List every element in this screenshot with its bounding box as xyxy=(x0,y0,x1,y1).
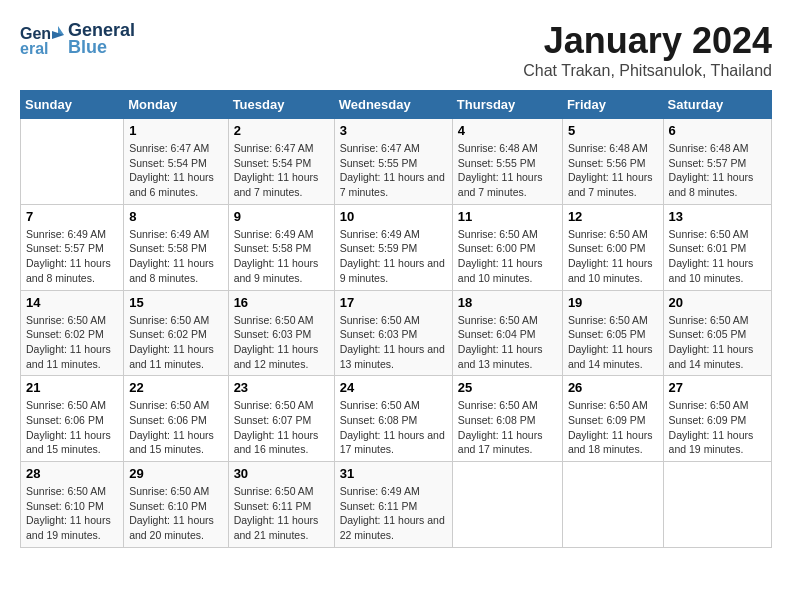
day-info: Sunrise: 6:50 AMSunset: 6:10 PMDaylight:… xyxy=(129,484,222,543)
calendar-cell: 7Sunrise: 6:49 AMSunset: 5:57 PMDaylight… xyxy=(21,204,124,290)
column-header-saturday: Saturday xyxy=(663,91,771,119)
day-info: Sunrise: 6:50 AMSunset: 6:11 PMDaylight:… xyxy=(234,484,329,543)
calendar-week-row: 28Sunrise: 6:50 AMSunset: 6:10 PMDayligh… xyxy=(21,462,772,548)
day-info: Sunrise: 6:49 AMSunset: 5:58 PMDaylight:… xyxy=(129,227,222,286)
logo: Gen eral General Blue xyxy=(20,20,135,58)
calendar-cell xyxy=(21,119,124,205)
calendar-cell: 21Sunrise: 6:50 AMSunset: 6:06 PMDayligh… xyxy=(21,376,124,462)
day-number: 6 xyxy=(669,123,766,138)
day-info: Sunrise: 6:50 AMSunset: 6:07 PMDaylight:… xyxy=(234,398,329,457)
day-info: Sunrise: 6:50 AMSunset: 6:04 PMDaylight:… xyxy=(458,313,557,372)
calendar-cell: 30Sunrise: 6:50 AMSunset: 6:11 PMDayligh… xyxy=(228,462,334,548)
day-number: 31 xyxy=(340,466,447,481)
day-number: 24 xyxy=(340,380,447,395)
day-number: 16 xyxy=(234,295,329,310)
calendar-cell: 6Sunrise: 6:48 AMSunset: 5:57 PMDaylight… xyxy=(663,119,771,205)
day-info: Sunrise: 6:49 AMSunset: 5:58 PMDaylight:… xyxy=(234,227,329,286)
day-info: Sunrise: 6:50 AMSunset: 6:01 PMDaylight:… xyxy=(669,227,766,286)
day-number: 23 xyxy=(234,380,329,395)
calendar-cell: 29Sunrise: 6:50 AMSunset: 6:10 PMDayligh… xyxy=(124,462,228,548)
column-header-friday: Friday xyxy=(562,91,663,119)
calendar-cell: 26Sunrise: 6:50 AMSunset: 6:09 PMDayligh… xyxy=(562,376,663,462)
calendar-cell: 12Sunrise: 6:50 AMSunset: 6:00 PMDayligh… xyxy=(562,204,663,290)
calendar-week-row: 1Sunrise: 6:47 AMSunset: 5:54 PMDaylight… xyxy=(21,119,772,205)
day-info: Sunrise: 6:49 AMSunset: 5:57 PMDaylight:… xyxy=(26,227,118,286)
day-number: 9 xyxy=(234,209,329,224)
day-info: Sunrise: 6:50 AMSunset: 6:00 PMDaylight:… xyxy=(458,227,557,286)
day-info: Sunrise: 6:49 AMSunset: 6:11 PMDaylight:… xyxy=(340,484,447,543)
calendar-body: 1Sunrise: 6:47 AMSunset: 5:54 PMDaylight… xyxy=(21,119,772,548)
calendar-cell: 15Sunrise: 6:50 AMSunset: 6:02 PMDayligh… xyxy=(124,290,228,376)
subtitle: Chat Trakan, Phitsanulok, Thailand xyxy=(523,62,772,80)
day-info: Sunrise: 6:49 AMSunset: 5:59 PMDaylight:… xyxy=(340,227,447,286)
calendar-week-row: 21Sunrise: 6:50 AMSunset: 6:06 PMDayligh… xyxy=(21,376,772,462)
day-number: 13 xyxy=(669,209,766,224)
day-info: Sunrise: 6:50 AMSunset: 6:08 PMDaylight:… xyxy=(458,398,557,457)
calendar-cell: 10Sunrise: 6:49 AMSunset: 5:59 PMDayligh… xyxy=(334,204,452,290)
day-number: 4 xyxy=(458,123,557,138)
day-info: Sunrise: 6:50 AMSunset: 6:00 PMDaylight:… xyxy=(568,227,658,286)
day-info: Sunrise: 6:50 AMSunset: 6:02 PMDaylight:… xyxy=(129,313,222,372)
calendar-cell: 22Sunrise: 6:50 AMSunset: 6:06 PMDayligh… xyxy=(124,376,228,462)
day-info: Sunrise: 6:47 AMSunset: 5:54 PMDaylight:… xyxy=(129,141,222,200)
calendar-table: SundayMondayTuesdayWednesdayThursdayFrid… xyxy=(20,90,772,548)
day-info: Sunrise: 6:50 AMSunset: 6:02 PMDaylight:… xyxy=(26,313,118,372)
calendar-cell: 17Sunrise: 6:50 AMSunset: 6:03 PMDayligh… xyxy=(334,290,452,376)
calendar-cell: 31Sunrise: 6:49 AMSunset: 6:11 PMDayligh… xyxy=(334,462,452,548)
calendar-cell: 27Sunrise: 6:50 AMSunset: 6:09 PMDayligh… xyxy=(663,376,771,462)
day-info: Sunrise: 6:50 AMSunset: 6:09 PMDaylight:… xyxy=(568,398,658,457)
day-number: 20 xyxy=(669,295,766,310)
calendar-cell: 14Sunrise: 6:50 AMSunset: 6:02 PMDayligh… xyxy=(21,290,124,376)
calendar-week-row: 14Sunrise: 6:50 AMSunset: 6:02 PMDayligh… xyxy=(21,290,772,376)
calendar-cell xyxy=(663,462,771,548)
calendar-cell: 5Sunrise: 6:48 AMSunset: 5:56 PMDaylight… xyxy=(562,119,663,205)
day-info: Sunrise: 6:50 AMSunset: 6:10 PMDaylight:… xyxy=(26,484,118,543)
day-number: 22 xyxy=(129,380,222,395)
day-number: 26 xyxy=(568,380,658,395)
calendar-cell: 16Sunrise: 6:50 AMSunset: 6:03 PMDayligh… xyxy=(228,290,334,376)
day-info: Sunrise: 6:50 AMSunset: 6:05 PMDaylight:… xyxy=(669,313,766,372)
calendar-cell: 23Sunrise: 6:50 AMSunset: 6:07 PMDayligh… xyxy=(228,376,334,462)
day-info: Sunrise: 6:50 AMSunset: 6:06 PMDaylight:… xyxy=(26,398,118,457)
day-number: 12 xyxy=(568,209,658,224)
day-number: 8 xyxy=(129,209,222,224)
calendar-cell: 3Sunrise: 6:47 AMSunset: 5:55 PMDaylight… xyxy=(334,119,452,205)
calendar-cell: 18Sunrise: 6:50 AMSunset: 6:04 PMDayligh… xyxy=(452,290,562,376)
calendar-week-row: 7Sunrise: 6:49 AMSunset: 5:57 PMDaylight… xyxy=(21,204,772,290)
page-header: Gen eral General Blue January 2024 Chat … xyxy=(20,20,772,80)
calendar-cell xyxy=(562,462,663,548)
calendar-cell: 4Sunrise: 6:48 AMSunset: 5:55 PMDaylight… xyxy=(452,119,562,205)
day-number: 17 xyxy=(340,295,447,310)
day-number: 28 xyxy=(26,466,118,481)
calendar-cell: 8Sunrise: 6:49 AMSunset: 5:58 PMDaylight… xyxy=(124,204,228,290)
day-info: Sunrise: 6:48 AMSunset: 5:56 PMDaylight:… xyxy=(568,141,658,200)
day-info: Sunrise: 6:50 AMSunset: 6:03 PMDaylight:… xyxy=(340,313,447,372)
day-info: Sunrise: 6:48 AMSunset: 5:55 PMDaylight:… xyxy=(458,141,557,200)
column-header-tuesday: Tuesday xyxy=(228,91,334,119)
day-info: Sunrise: 6:50 AMSunset: 6:03 PMDaylight:… xyxy=(234,313,329,372)
calendar-cell: 13Sunrise: 6:50 AMSunset: 6:01 PMDayligh… xyxy=(663,204,771,290)
day-number: 1 xyxy=(129,123,222,138)
title-block: January 2024 Chat Trakan, Phitsanulok, T… xyxy=(523,20,772,80)
calendar-cell: 20Sunrise: 6:50 AMSunset: 6:05 PMDayligh… xyxy=(663,290,771,376)
calendar-header-row: SundayMondayTuesdayWednesdayThursdayFrid… xyxy=(21,91,772,119)
day-info: Sunrise: 6:50 AMSunset: 6:09 PMDaylight:… xyxy=(669,398,766,457)
calendar-cell: 24Sunrise: 6:50 AMSunset: 6:08 PMDayligh… xyxy=(334,376,452,462)
day-number: 10 xyxy=(340,209,447,224)
column-header-thursday: Thursday xyxy=(452,91,562,119)
main-title: January 2024 xyxy=(523,20,772,62)
day-number: 7 xyxy=(26,209,118,224)
svg-text:eral: eral xyxy=(20,40,48,57)
calendar-cell: 25Sunrise: 6:50 AMSunset: 6:08 PMDayligh… xyxy=(452,376,562,462)
day-number: 3 xyxy=(340,123,447,138)
day-number: 11 xyxy=(458,209,557,224)
calendar-cell: 9Sunrise: 6:49 AMSunset: 5:58 PMDaylight… xyxy=(228,204,334,290)
column-header-wednesday: Wednesday xyxy=(334,91,452,119)
day-number: 2 xyxy=(234,123,329,138)
calendar-cell: 1Sunrise: 6:47 AMSunset: 5:54 PMDaylight… xyxy=(124,119,228,205)
day-number: 19 xyxy=(568,295,658,310)
day-number: 30 xyxy=(234,466,329,481)
column-header-sunday: Sunday xyxy=(21,91,124,119)
day-number: 25 xyxy=(458,380,557,395)
logo-icon: Gen eral xyxy=(20,21,64,57)
